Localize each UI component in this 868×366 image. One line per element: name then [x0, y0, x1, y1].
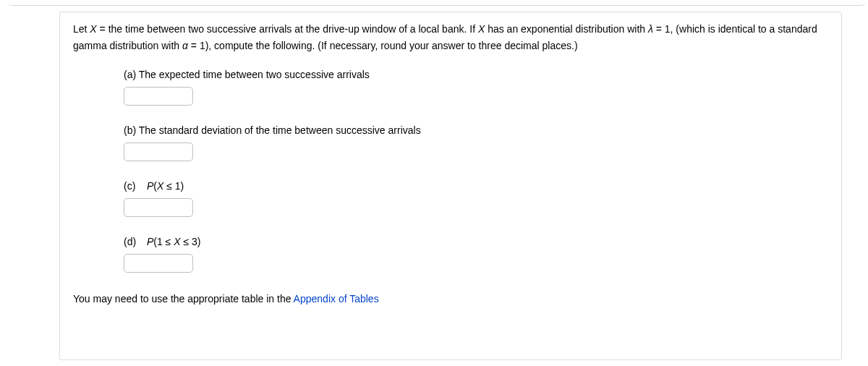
intro-text: = the time between two successive arriva…: [97, 23, 478, 35]
prob-p: P: [147, 180, 153, 192]
relation: ≤ 3): [181, 236, 201, 247]
variable-x: X: [157, 180, 163, 192]
appendix-link[interactable]: Appendix of Tables: [294, 293, 379, 305]
footer-note: You may need to use the appropriate tabl…: [73, 291, 828, 307]
question-card: Let X = the time between two successive …: [59, 12, 842, 360]
relation: ≤ 1): [163, 180, 184, 192]
footer-text: You may need to use the appropriate tabl…: [73, 293, 294, 305]
variable-x: X: [90, 23, 96, 35]
part-b-input[interactable]: [124, 142, 193, 161]
part-d-input[interactable]: [124, 254, 193, 273]
paren: (1 ≤: [153, 236, 174, 247]
part-c: (c) P(X ≤ 1): [124, 179, 828, 217]
part-a-input[interactable]: [124, 87, 193, 106]
question-intro: Let X = the time between two successive …: [73, 21, 828, 54]
part-letter: (d): [124, 234, 144, 250]
intro-text: Let: [73, 23, 90, 35]
variable-alpha: α: [182, 40, 188, 51]
part-b-label: (b) The standard deviation of the time b…: [124, 123, 828, 138]
top-card-edge: [9, 0, 865, 6]
variable-x: X: [174, 236, 180, 247]
parts-container: (a) The expected time between two succes…: [73, 67, 828, 273]
variable-lambda: λ: [648, 23, 653, 35]
intro-text: = 1), compute the following. (If necessa…: [188, 40, 578, 51]
part-c-label: (c) P(X ≤ 1): [124, 179, 828, 194]
part-a-label: (a) The expected time between two succes…: [124, 67, 828, 82]
part-letter: (c): [124, 179, 144, 194]
part-letter: (b): [124, 124, 136, 136]
prob-p: P: [147, 236, 153, 247]
part-d: (d) P(1 ≤ X ≤ 3): [124, 234, 828, 273]
part-text: The standard deviation of the time betwe…: [139, 124, 421, 136]
part-c-input[interactable]: [124, 198, 193, 217]
part-a: (a) The expected time between two succes…: [124, 67, 828, 106]
intro-text: has an exponential distribution with: [485, 23, 648, 35]
part-letter: (a): [124, 69, 136, 80]
variable-x: X: [478, 23, 485, 35]
part-d-label: (d) P(1 ≤ X ≤ 3): [124, 234, 828, 250]
part-text: The expected time between two successive…: [139, 69, 370, 80]
part-b: (b) The standard deviation of the time b…: [124, 123, 828, 161]
